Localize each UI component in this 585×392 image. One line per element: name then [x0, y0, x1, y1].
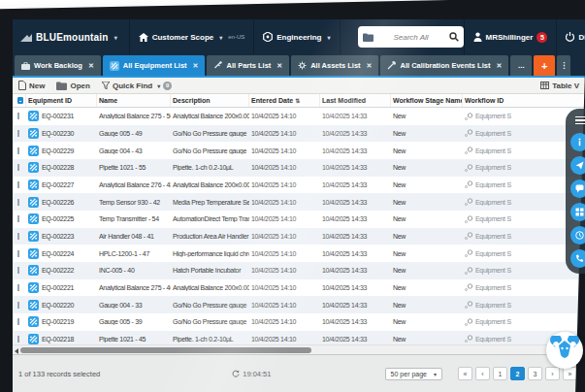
- page-prev-button[interactable]: ‹: [475, 367, 490, 380]
- search-input[interactable]: [377, 33, 445, 42]
- column-workflow-stage-name[interactable]: Workflow Stage Name: [391, 94, 463, 107]
- table-view-button[interactable]: Table V: [540, 82, 579, 90]
- row-checkbox[interactable]: [17, 164, 19, 171]
- tab-all-assets-list[interactable]: All Assets List ✕: [291, 55, 378, 76]
- table-row[interactable]: EQ-002222 INC-005 - 40 Hatch Portable In…: [13, 262, 585, 279]
- equipment-id-cell[interactable]: EQ-002224: [26, 248, 97, 259]
- close-icon[interactable]: ✕: [367, 62, 373, 70]
- row-checkbox[interactable]: [17, 181, 19, 188]
- table-row[interactable]: EQ-002223 Air Handler 048 - 41 Productio…: [13, 228, 585, 245]
- column-equipment-id[interactable]: Equipment ID: [26, 94, 97, 107]
- close-icon[interactable]: ✕: [496, 62, 502, 70]
- widget-chat-button[interactable]: [570, 180, 585, 198]
- close-icon[interactable]: ✕: [193, 62, 199, 70]
- row-select-cell[interactable]: [13, 113, 26, 119]
- row-select-cell[interactable]: [13, 318, 26, 325]
- row-checkbox[interactable]: [17, 233, 19, 240]
- page-first-button[interactable]: «: [458, 367, 472, 380]
- tab-work-backlog[interactable]: Work Backlog ✕: [15, 55, 101, 76]
- table-row[interactable]: EQ-002221 Analytical Balance 275 - 46 An…: [13, 279, 585, 297]
- close-icon[interactable]: ✕: [88, 62, 94, 70]
- equipment-id-cell[interactable]: EQ-002221: [26, 282, 97, 293]
- column-name[interactable]: Name: [97, 94, 171, 107]
- column-description[interactable]: Description: [171, 94, 249, 107]
- table-row[interactable]: EQ-002225 Temp Transmitter - 54 Automati…: [13, 211, 585, 228]
- row-checkbox[interactable]: [17, 199, 19, 206]
- equipment-id-cell[interactable]: EQ-002223: [26, 231, 97, 242]
- table-row[interactable]: EQ-002227 Analytical Balance 276 - 48 An…: [13, 177, 585, 194]
- table-row[interactable]: EQ-002229 Gauge 004 - 43 Go/No Go Pressu…: [13, 142, 585, 159]
- widget-grid-button[interactable]: [570, 203, 585, 221]
- row-checkbox[interactable]: [17, 215, 19, 222]
- tab-all-calibration-events-list[interactable]: All Calibration Events List ✕: [380, 55, 508, 76]
- scrollbar-thumb[interactable]: [20, 347, 311, 353]
- table-row[interactable]: EQ-002220 Gauge 004 - 33 Go/No Go Pressu…: [13, 296, 585, 313]
- row-select-cell[interactable]: [13, 336, 26, 343]
- row-select-cell[interactable]: [13, 250, 26, 257]
- table-row[interactable]: EQ-002219 Gauge 005 - 39 Go/No Go Pressu…: [13, 313, 585, 331]
- page-1-button[interactable]: 1: [493, 367, 507, 380]
- row-select-cell[interactable]: [13, 181, 26, 188]
- select-all-cell[interactable]: [13, 94, 26, 107]
- row-checkbox[interactable]: [17, 113, 19, 119]
- table-row[interactable]: EQ-002231 Analytical Balance 275 - 56 An…: [13, 108, 585, 125]
- page-next-button[interactable]: ›: [545, 367, 560, 380]
- row-select-cell[interactable]: [13, 199, 26, 206]
- equipment-id-cell[interactable]: EQ-002230: [26, 128, 97, 139]
- row-select-cell[interactable]: [13, 284, 26, 291]
- user-menu[interactable]: MRShillinger 5: [464, 19, 558, 54]
- row-select-cell[interactable]: [13, 130, 26, 137]
- equipment-id-cell[interactable]: EQ-002220: [26, 300, 97, 310]
- tab-overflow-button[interactable]: ...: [510, 55, 532, 76]
- equipment-id-cell[interactable]: EQ-002226: [26, 197, 97, 208]
- brand-menu[interactable]: BLUEmountain ▾: [13, 19, 130, 54]
- row-checkbox[interactable]: [17, 130, 19, 137]
- row-checkbox[interactable]: [17, 336, 19, 343]
- new-button[interactable]: New: [18, 81, 45, 90]
- row-select-cell[interactable]: [13, 233, 26, 240]
- ram-logo-bubble[interactable]: [546, 332, 583, 369]
- quick-find-button[interactable]: Quick Find ▾ 0: [102, 82, 172, 90]
- refresh-status[interactable]: 19:04:51: [232, 370, 271, 378]
- module-menu[interactable]: Engineering ▾: [254, 19, 340, 54]
- equipment-id-cell[interactable]: EQ-002218: [26, 334, 97, 344]
- row-checkbox[interactable]: [17, 284, 19, 291]
- table-row[interactable]: EQ-002230 Gauge 005 - 49 Go/No Go Pressu…: [13, 125, 585, 143]
- notification-badge[interactable]: 5: [536, 32, 547, 43]
- row-select-cell[interactable]: [13, 302, 26, 309]
- page-2-button[interactable]: 2: [510, 367, 525, 380]
- equipment-id-cell[interactable]: EQ-002219: [26, 316, 97, 327]
- equipment-id-cell[interactable]: EQ-002231: [26, 111, 97, 121]
- column-workflow-id[interactable]: Workflow ID: [463, 94, 585, 107]
- sort-icon[interactable]: ⇅: [295, 97, 300, 104]
- table-row[interactable]: EQ-002224 HPLC-1200-1 - 47 High-performa…: [13, 245, 585, 262]
- page-3-button[interactable]: 3: [528, 367, 542, 380]
- select-all-checkbox[interactable]: [17, 97, 23, 104]
- scope-menu[interactable]: Customer Scope ▾ en-US: [130, 19, 255, 54]
- row-checkbox[interactable]: [17, 318, 19, 325]
- equipment-id-cell[interactable]: EQ-002228: [26, 162, 97, 173]
- tab-all-parts-list[interactable]: All Parts List ✕: [207, 55, 289, 76]
- page-size-select[interactable]: 50 per page ▾: [385, 368, 442, 380]
- horizontal-scrollbar[interactable]: [13, 344, 585, 354]
- column-last-modified[interactable]: Last Modified: [320, 94, 391, 107]
- row-select-cell[interactable]: [13, 267, 26, 274]
- open-button[interactable]: Open: [56, 82, 89, 90]
- row-checkbox[interactable]: [17, 302, 19, 309]
- row-checkbox[interactable]: [17, 250, 19, 257]
- equipment-id-cell[interactable]: EQ-002227: [26, 180, 97, 190]
- widget-history-button[interactable]: [570, 226, 585, 245]
- global-search[interactable]: [358, 26, 464, 48]
- close-icon[interactable]: ✕: [276, 62, 282, 70]
- equipment-id-cell[interactable]: EQ-002222: [26, 265, 97, 276]
- widget-menu-icon[interactable]: [570, 113, 585, 128]
- table-row[interactable]: EQ-002226 Temp Sensor 930 - 42 Media Pre…: [13, 193, 585, 211]
- widget-share-button[interactable]: [570, 156, 585, 175]
- table-row[interactable]: EQ-002228 Pipette 1021 - 55 Pipette. 1-c…: [13, 159, 585, 177]
- widget-info-button[interactable]: [570, 133, 585, 151]
- equipment-id-cell[interactable]: EQ-002225: [26, 213, 97, 224]
- row-checkbox[interactable]: [17, 267, 19, 274]
- widget-call-button[interactable]: [570, 249, 585, 268]
- add-tab-button[interactable]: +: [534, 55, 555, 76]
- row-select-cell[interactable]: [13, 164, 26, 171]
